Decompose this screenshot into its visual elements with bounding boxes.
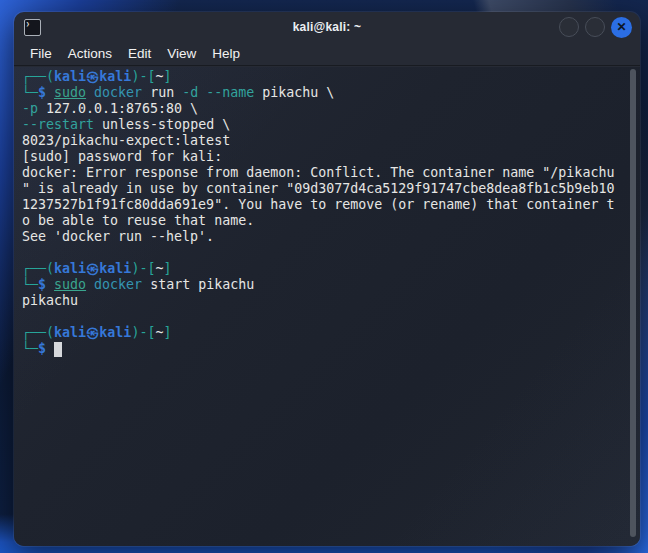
minimize-button[interactable] [559,17,579,37]
terminal-output[interactable]: ┌──(kali㉿kali)-[~]└─$ sudo docker run -d… [14,67,640,546]
scrollbar-thumb[interactable] [630,69,636,537]
terminal-line [22,245,626,261]
terminal-line: --restart unless-stopped \ [22,117,626,133]
terminal-line: -p 127.0.0.1:8765:80 \ [22,101,626,117]
terminal-line: ┌──(kali㉿kali)-[~] [22,325,626,341]
menu-view[interactable]: View [159,46,204,61]
terminal-line [22,309,626,325]
menu-file[interactable]: File [22,46,60,61]
terminal-line: [sudo] password for kali: [22,149,626,165]
terminal-line: " is already in use by container "09d307… [22,181,626,197]
maximize-button[interactable] [585,17,605,37]
close-icon: ✕ [616,21,626,33]
terminal-app-icon [24,19,41,36]
window-title: kali@kali: ~ [14,20,640,34]
menu-actions[interactable]: Actions [60,46,120,61]
terminal-line: 8023/pikachu-expect:latest [22,133,626,149]
terminal-line: pikachu [22,293,626,309]
terminal-line: See 'docker run --help'. [22,229,626,245]
menu-bar: File Actions Edit View Help [14,42,640,66]
window-controls: ✕ [559,17,632,38]
terminal-line: 1237527b1f91fc80dda691e9". You have to r… [22,197,626,213]
terminal-line: docker: Error response from daemon: Conf… [22,165,626,181]
terminal-line: ┌──(kali㉿kali)-[~] [22,261,626,277]
terminal-line: └─$ sudo docker run -d --name pikachu \ [22,85,626,101]
menu-help[interactable]: Help [204,46,248,61]
terminal-line: └─$ [22,341,626,357]
terminal-line: ┌──(kali㉿kali)-[~] [22,69,626,85]
terminal-line: o be able to reuse that name. [22,213,626,229]
menu-edit[interactable]: Edit [120,46,159,61]
titlebar[interactable]: kali@kali: ~ ✕ [14,12,640,42]
terminal-line: └─$ sudo docker start pikachu [22,277,626,293]
desktop-wallpaper: { "window": { "title": "kali@kali: ~", "… [0,0,648,553]
scrollbar[interactable] [630,69,637,539]
close-button[interactable]: ✕ [611,17,632,38]
terminal-window: kali@kali: ~ ✕ File Actions Edit View He… [14,12,640,546]
